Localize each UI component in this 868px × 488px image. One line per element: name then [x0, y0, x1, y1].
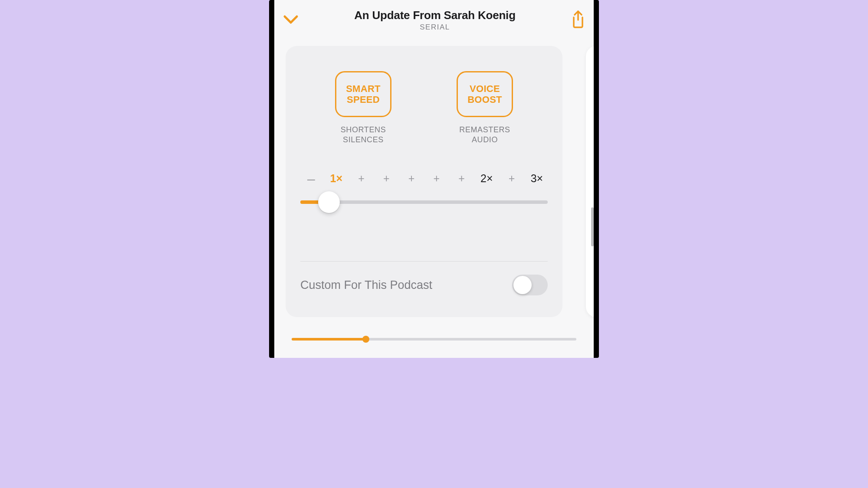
- speed-tick-row: – 1× + + + + + 2× + 3×: [300, 172, 548, 185]
- speed-tick-1x: 1×: [328, 172, 345, 185]
- custom-podcast-label: Custom For This Podcast: [300, 278, 432, 292]
- share-icon: [569, 10, 587, 29]
- voice-boost-label-1: VOICE: [470, 83, 500, 94]
- speed-tick-3x: 3×: [529, 172, 545, 185]
- now-playing-header: An Update From Sarah Koenig SERIAL: [274, 0, 594, 38]
- custom-podcast-row: Custom For This Podcast: [300, 275, 548, 295]
- effects-card-row: SMART SPEED SHORTENS SILENCES VOICE BOOS…: [274, 38, 594, 317]
- custom-podcast-switch[interactable]: [512, 275, 548, 295]
- smart-speed-label-1: SMART: [346, 83, 381, 94]
- header-titles: An Update From Sarah Koenig SERIAL: [300, 7, 569, 32]
- speed-tick-plus: +: [503, 172, 520, 185]
- switch-knob: [513, 276, 532, 294]
- speed-tick-plus: +: [428, 172, 445, 185]
- scroll-indicator: [591, 207, 594, 246]
- speed-thumb[interactable]: [318, 191, 340, 213]
- device-frame: An Update From Sarah Koenig SERIAL SMART: [269, 0, 599, 358]
- share-button[interactable]: [569, 10, 587, 29]
- effects-card: SMART SPEED SHORTENS SILENCES VOICE BOOS…: [286, 46, 562, 317]
- smart-speed-label-2: SPEED: [347, 94, 380, 105]
- next-card-peek[interactable]: [586, 46, 594, 317]
- collapse-button[interactable]: [281, 10, 300, 29]
- effect-toggles: SMART SPEED SHORTENS SILENCES VOICE BOOS…: [300, 71, 548, 144]
- card-divider: [300, 261, 548, 262]
- playback-progress-area: [274, 317, 594, 341]
- voice-boost-toggle[interactable]: VOICE BOOST: [457, 71, 513, 117]
- smart-speed-caption: SHORTENS SILENCES: [335, 125, 391, 144]
- chevron-down-icon: [281, 10, 300, 29]
- speed-tick-2x: 2×: [478, 172, 495, 185]
- voice-boost-label-2: BOOST: [467, 94, 502, 105]
- playback-progress-thumb[interactable]: [362, 336, 369, 343]
- speed-tick-plus: +: [403, 172, 420, 185]
- podcast-name: SERIAL: [300, 23, 569, 32]
- speed-section: – 1× + + + + + 2× + 3×: [300, 172, 548, 213]
- smart-speed-block: SMART SPEED SHORTENS SILENCES: [335, 71, 391, 144]
- voice-boost-caption: REMASTERS AUDIO: [457, 125, 513, 144]
- app-screen: An Update From Sarah Koenig SERIAL SMART: [274, 0, 594, 358]
- smart-speed-toggle[interactable]: SMART SPEED: [335, 71, 391, 117]
- speed-tick-plus: +: [454, 172, 470, 185]
- voice-boost-block: VOICE BOOST REMASTERS AUDIO: [457, 71, 513, 144]
- speed-slider[interactable]: [300, 191, 548, 213]
- speed-tick-plus: +: [353, 172, 370, 185]
- playback-progress-slider[interactable]: [292, 338, 576, 341]
- speed-tick-minus: –: [303, 174, 319, 183]
- episode-title: An Update From Sarah Koenig: [300, 9, 569, 22]
- playback-progress-fill: [292, 338, 366, 341]
- speed-tick-plus: +: [378, 172, 395, 185]
